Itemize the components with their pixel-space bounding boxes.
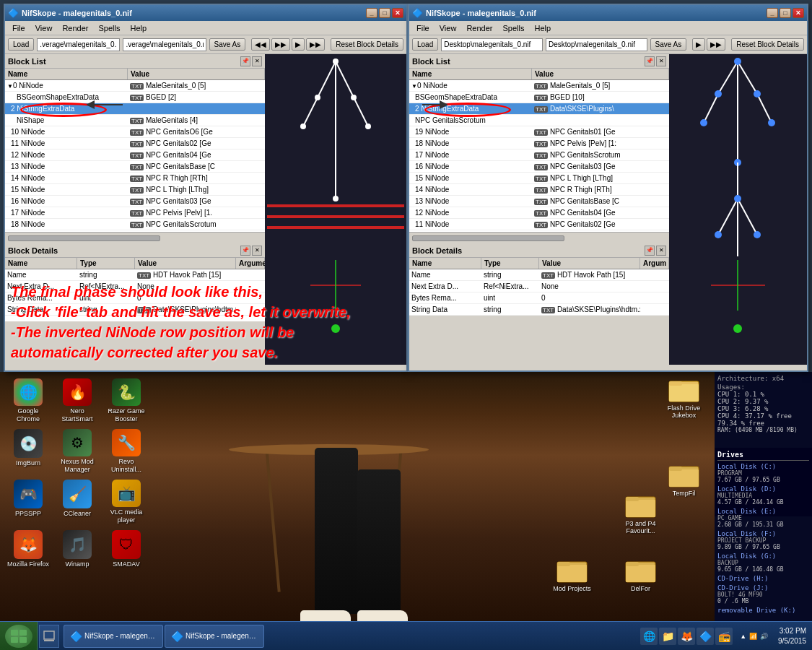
close-btn-left[interactable]: ✕ — [392, 8, 403, 18]
start-button[interactable] — [0, 622, 38, 651]
path-input2-right[interactable] — [546, 38, 647, 51]
table-row[interactable]: 14 NiNode TXT NPC R Thigh [RTh] — [5, 173, 265, 184]
table-row[interactable]: 12 NiNode TXT NPC Genitals04 [Ge — [5, 150, 265, 161]
bd-close-right[interactable]: ✕ — [656, 246, 666, 256]
panel-pin-left[interactable]: 📌 — [240, 56, 250, 66]
bd-table-row[interactable]: String Data string TXT Data\SKSE\Plugins… — [409, 304, 669, 316]
desktop-icon-firefox[interactable]: 🦊 Mozilla Firefox — [4, 527, 53, 578]
path-input1-left[interactable] — [37, 38, 120, 51]
table-row[interactable]: 10 NiNode TXT NPC Genitals06 [Ge — [409, 230, 669, 232]
save-as-btn-left[interactable]: Save As — [209, 38, 246, 51]
folder-icon-p3p4[interactable]: P3 and P4Favourit... — [614, 491, 668, 534]
panel-pin-right[interactable]: 📌 — [645, 56, 655, 66]
desktop-icon-imgburn[interactable]: 💿 ImgBurn — [4, 426, 53, 477]
table-row[interactable]: 18 NiNode TXT NPC GenitalsScrotum — [5, 219, 265, 230]
maximize-btn-right[interactable]: □ — [780, 8, 791, 18]
table-row[interactable]: 12 NiNode TXT NPC Genitals04 [Ge — [409, 207, 669, 219]
taskbar-item-nifscope2[interactable]: 🔷 NifSkope - malegenitals_0.nif — [165, 625, 264, 648]
ql-icon4[interactable]: 🔷 — [697, 628, 714, 645]
folder-icon-delfor[interactable]: DelFor — [614, 556, 668, 592]
desktop-icon-nero[interactable]: 🔥 Nero StartSmart — [53, 376, 102, 426]
desktop-icon-nexus[interactable]: ⚙ Nexus Mod Manager — [53, 426, 102, 477]
viewport-3d-left[interactable] — [265, 54, 406, 365]
menu-render-left[interactable]: Render — [58, 22, 92, 34]
table-row-selected-left[interactable]: 2 NiStringExtraData — [5, 103, 265, 115]
bd-table-row[interactable]: String Data string TXT Data\SKSE\Plugins… — [5, 304, 265, 316]
bl-body-left[interactable]: ▼0 NiNode TXT MaleGenitals_0 [5] BSGeomS… — [5, 80, 265, 232]
drive-item[interactable]: CD-Drive (H:) — [717, 575, 809, 582]
table-row[interactable]: 10 NiNode TXT NPC GenitalsO6 [Ge — [5, 126, 265, 138]
drive-item[interactable]: Local Disk (E:) PC GAME 2.68 GB / 195.31… — [717, 508, 809, 528]
ql-icon3[interactable]: 🦊 — [678, 628, 695, 645]
bd-table-row[interactable]: Next Extra D... Ref<NiExtra... None — [5, 281, 265, 292]
desktop-icon-ppsspp[interactable]: 🎮 PPSSPP — [4, 477, 53, 527]
drive-item[interactable]: Local Disk (F:) PROJECT BACKUP 9.89 GB /… — [717, 530, 809, 550]
table-row[interactable]: 15 NiNode TXT NPC L Thigh [LThg] — [5, 184, 265, 196]
table-row[interactable]: 19 NiNode TXT NPC Genitals01 [Ge — [5, 230, 265, 232]
nav-prev-left[interactable]: ◀◀ — [251, 38, 270, 51]
panel-close-left[interactable]: ✕ — [252, 56, 262, 66]
table-row[interactable]: 17 NiNode TXT NPC Pelvis [Pelv] [1. — [5, 207, 265, 219]
minimize-btn-left[interactable]: _ — [366, 8, 377, 18]
bd-pin-left[interactable]: 📌 — [240, 246, 250, 256]
table-row[interactable]: 19 NiNode TXT NPC Genitals01 [Ge — [409, 126, 669, 138]
menu-spells-left[interactable]: Spells — [94, 22, 124, 34]
table-row[interactable]: 15 NiNode TXT NPC L Thigh [LThg] — [409, 173, 669, 184]
play-left[interactable]: ▶ — [292, 38, 305, 51]
menu-file-right[interactable]: File — [412, 22, 434, 34]
ql-icon2[interactable]: 📁 — [659, 628, 676, 645]
desktop-icon-revo[interactable]: 🔧 Revo Uninstall... — [102, 426, 151, 477]
desktop-icon-chrome[interactable]: 🌐 Google Chrome — [4, 376, 53, 426]
maximize-btn-left[interactable]: □ — [379, 8, 390, 18]
table-row[interactable]: 13 NiNode TXT NPC GenitalsBase [C — [409, 196, 669, 207]
table-row[interactable]: ▼0 NiNode TXT MaleGenitals_0 [5] — [5, 80, 265, 92]
save-as-btn-right[interactable]: Save As — [650, 38, 687, 51]
desktop-icon-winamp[interactable]: 🎵 Winamp — [53, 527, 102, 578]
reset-btn-left[interactable]: Reset Block Details — [331, 38, 403, 51]
menu-render-right[interactable]: Render — [462, 22, 497, 34]
table-row[interactable]: 17 NiNode TXT NPC GenitalsScrotum — [409, 150, 669, 161]
bd-table-row[interactable]: Next Extra D... Ref<NiExtra... None — [409, 281, 669, 292]
desktop-icon-smadav[interactable]: 🛡 SMADAV — [102, 527, 151, 578]
table-row[interactable]: ▼0 NiNode TXT MaleGenitals_0 [5] — [409, 80, 669, 92]
bd-table-row[interactable]: Bytes Rema... uint 0 — [409, 292, 669, 304]
load-btn-left[interactable]: Load — [8, 38, 34, 51]
ql-icon1[interactable]: 🌐 — [640, 628, 658, 645]
menu-help-right[interactable]: Help — [530, 22, 555, 34]
menu-help-left[interactable]: Help — [126, 22, 151, 34]
ql-icon5[interactable]: 📻 — [715, 628, 733, 645]
desktop-icon-vlc[interactable]: 📺 VLC media player — [102, 477, 151, 527]
load-btn-right[interactable]: Load — [412, 38, 438, 51]
drive-item[interactable]: Local Disk (C:) PROGRAM 7.67 GB / 97.65 … — [717, 463, 809, 483]
close-btn-right[interactable]: ✕ — [793, 8, 804, 18]
menu-view-right[interactable]: View — [435, 22, 461, 34]
bd-close-left[interactable]: ✕ — [252, 246, 262, 256]
folder-icon-flashdrive[interactable]: Flash DriveJukebox — [657, 376, 711, 419]
play-right[interactable]: ▶ — [692, 38, 705, 51]
menu-spells-right[interactable]: Spells — [498, 22, 528, 34]
table-row[interactable]: BSGeomShapeExtraData TXT BGED [10] — [409, 92, 669, 103]
drive-item[interactable]: CD-Drive (J:) BOLT! 4G MF90 0 / .6 MB — [717, 584, 809, 604]
viewport-3d-right[interactable] — [669, 54, 807, 365]
table-row[interactable]: 16 NiNode TXT NPC Genitals03 [Ge — [5, 196, 265, 207]
bl-scrollbar-h-left[interactable] — [5, 232, 265, 243]
bl-body-right[interactable]: ▼0 NiNode TXT MaleGenitals_0 [5] BSGeomS… — [409, 80, 669, 232]
folder-icon-modprojects[interactable]: Mod Projects — [545, 556, 599, 592]
bl-scrollbar-h-right[interactable] — [409, 232, 669, 243]
reset-btn-right[interactable]: Reset Block Details — [731, 38, 804, 51]
drive-item[interactable]: removable Drive (K:) — [717, 607, 809, 614]
path-input1-right[interactable] — [441, 38, 543, 51]
menu-view-left[interactable]: View — [31, 22, 57, 34]
bd-table-row[interactable]: Name string TXT HDT Havok Path [15] — [5, 269, 265, 281]
table-row[interactable]: 14 NiNode TXT NPC R Thigh [RTh] — [409, 184, 669, 196]
table-row[interactable]: 16 NiNode TXT NPC Genitals03 [Ge — [409, 161, 669, 173]
table-row[interactable]: NiShape TXT MaleGenitals [4] — [5, 115, 265, 126]
table-row[interactable]: 11 NiNode TXT NPC Genitals02 [Ge — [409, 219, 669, 230]
play-next-left[interactable]: ▶▶ — [306, 38, 325, 51]
table-row-selected-right[interactable]: 2 NiStringExtraData TXT Data\SKSE\Plugin… — [409, 103, 669, 115]
play-next-right[interactable]: ▶▶ — [707, 38, 725, 51]
table-row[interactable]: 18 NiNode TXT NPC Pelvis [Pelv] [1: — [409, 138, 669, 150]
bd-table-row[interactable]: Name string TXT HDT Havok Path [15] — [409, 269, 669, 281]
table-row[interactable]: 13 NiNode TXT NPC GenitalsBase [C — [5, 161, 265, 173]
desktop-icon-razer[interactable]: 🐍 Razer Game Booster — [102, 376, 151, 426]
